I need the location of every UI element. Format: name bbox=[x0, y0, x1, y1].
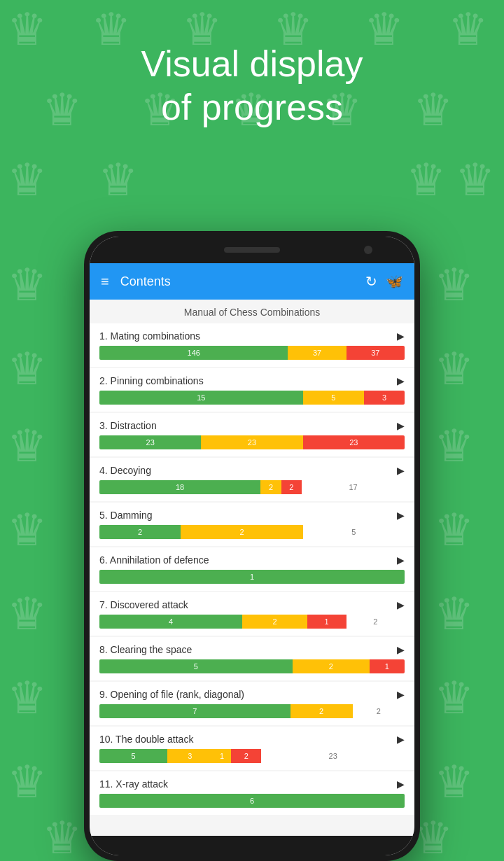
bar-segment-red: 37 bbox=[346, 346, 405, 360]
bar-segment-green: 4 bbox=[99, 615, 242, 629]
app-bar-title: Contents bbox=[120, 274, 365, 289]
menu-icon[interactable]: ≡ bbox=[101, 274, 109, 290]
progress-bar: 4212 bbox=[99, 615, 405, 629]
progress-bar: 531223 bbox=[99, 749, 405, 763]
item-title: 8. Clearing the space bbox=[99, 644, 192, 655]
item-title: 7. Discovered attack bbox=[99, 599, 188, 610]
list-item[interactable]: 6. Annihilation of defence▶1 bbox=[90, 547, 414, 591]
bar-segment-yellow: 2 bbox=[260, 480, 281, 494]
hero-line1: Visual display bbox=[0, 42, 504, 85]
item-arrow: ▶ bbox=[397, 330, 405, 342]
progress-bar: 225 bbox=[99, 525, 405, 539]
phone-camera bbox=[364, 246, 372, 254]
list-item[interactable]: 3. Distraction▶232323 bbox=[90, 413, 414, 456]
list-item[interactable]: 2. Pinning combinations▶1553 bbox=[90, 368, 414, 412]
bar-segment-yellow: 2 bbox=[181, 525, 302, 539]
bar-segment-yellow: 2 bbox=[242, 615, 307, 629]
bar-segment-red: 2 bbox=[231, 749, 261, 763]
bar-segment-green: 5 bbox=[99, 659, 293, 673]
bar-segment-green: 23 bbox=[99, 435, 201, 449]
bar-segment-yellow: 23 bbox=[201, 435, 302, 449]
bar-segment-green: 2 bbox=[99, 525, 181, 539]
bar-segment-red: 23 bbox=[303, 435, 405, 449]
list-item[interactable]: 5. Damming▶225 bbox=[90, 503, 414, 546]
item-arrow: ▶ bbox=[397, 375, 405, 386]
bar-segment-red: 2 bbox=[281, 480, 302, 494]
list-item[interactable]: 8. Clearing the space▶521 bbox=[90, 637, 414, 680]
item-arrow: ▶ bbox=[397, 599, 405, 610]
list-item[interactable]: 1. Mating combinations▶1463737 bbox=[90, 323, 414, 367]
list-item[interactable]: 11. X-ray attack▶6 bbox=[90, 771, 414, 815]
list-item[interactable]: 10. The double attack▶531223 bbox=[90, 727, 414, 770]
item-title: 2. Pinning combinations bbox=[99, 375, 204, 386]
bar-segment-green: 15 bbox=[99, 391, 303, 405]
item-arrow: ▶ bbox=[397, 465, 405, 476]
item-arrow: ▶ bbox=[397, 644, 405, 655]
bar-segment-empty: 2 bbox=[353, 704, 405, 718]
progress-bar: 6 bbox=[99, 794, 405, 808]
item-title: 3. Distraction bbox=[99, 420, 157, 431]
bar-segment-yellow: 5 bbox=[303, 391, 364, 405]
bar-segment-green: 18 bbox=[99, 480, 260, 494]
app-bar: ≡ Contents ↻ 🦋 bbox=[90, 263, 414, 300]
bar-segment-green: 146 bbox=[99, 346, 288, 360]
item-arrow: ▶ bbox=[397, 734, 405, 745]
hero-line2: of progress bbox=[0, 85, 504, 129]
bar-segment-empty: 2 bbox=[346, 615, 405, 629]
bar-segment-yellow: 3 bbox=[167, 749, 213, 763]
bar-segment-empty: 23 bbox=[261, 749, 405, 763]
bar-segment-yellow2: 1 bbox=[212, 749, 231, 763]
bar-segment-yellow: 2 bbox=[290, 704, 353, 718]
bar-segment-green: 1 bbox=[99, 570, 405, 584]
list-item[interactable]: 9. Opening of file (rank, diagonal)▶722 bbox=[90, 682, 414, 725]
bar-segment-green: 7 bbox=[99, 704, 290, 718]
app-bar-icons: ↻ 🦋 bbox=[365, 273, 403, 290]
list-item[interactable]: 7. Discovered attack▶4212 bbox=[90, 592, 414, 636]
hero-text: Visual display of progress bbox=[0, 0, 504, 130]
item-title: 10. The double attack bbox=[99, 734, 193, 745]
bar-segment-green: 6 bbox=[99, 794, 405, 808]
progress-bar: 232323 bbox=[99, 435, 405, 449]
progress-bar: 1 bbox=[99, 570, 405, 584]
bar-segment-red: 1 bbox=[370, 659, 405, 673]
item-title: 11. X-ray attack bbox=[99, 778, 168, 790]
phone-top-bar bbox=[90, 237, 414, 263]
refresh-icon[interactable]: ↻ bbox=[365, 273, 377, 290]
phone-speaker bbox=[224, 247, 280, 253]
item-title: 1. Mating combinations bbox=[99, 330, 200, 342]
item-title: 9. Opening of file (rank, diagonal) bbox=[99, 689, 244, 700]
bar-segment-empty: 5 bbox=[303, 525, 405, 539]
progress-bar: 1463737 bbox=[99, 346, 405, 360]
bar-segment-green: 5 bbox=[99, 749, 167, 763]
scroll-area[interactable]: 1. Mating combinations▶14637372. Pinning… bbox=[90, 323, 414, 836]
item-arrow: ▶ bbox=[397, 510, 405, 521]
item-title: 4. Decoying bbox=[99, 465, 151, 476]
item-arrow: ▶ bbox=[397, 778, 405, 790]
list-item[interactable]: 4. Decoying▶182217 bbox=[90, 458, 414, 501]
bar-segment-red: 3 bbox=[364, 391, 405, 405]
butterfly-icon[interactable]: 🦋 bbox=[386, 273, 403, 290]
progress-bar: 1553 bbox=[99, 391, 405, 405]
item-title: 5. Damming bbox=[99, 510, 152, 521]
item-arrow: ▶ bbox=[397, 689, 405, 700]
bar-segment-red: 1 bbox=[307, 615, 346, 629]
progress-bar: 521 bbox=[99, 659, 405, 673]
item-arrow: ▶ bbox=[397, 554, 405, 566]
progress-bar: 722 bbox=[99, 704, 405, 718]
progress-bar: 182217 bbox=[99, 480, 405, 494]
bar-segment-yellow: 37 bbox=[288, 346, 346, 360]
bar-segment-yellow: 2 bbox=[293, 659, 370, 673]
bar-segment-empty: 17 bbox=[302, 480, 405, 494]
item-title: 6. Annihilation of defence bbox=[99, 554, 209, 566]
item-arrow: ▶ bbox=[397, 420, 405, 431]
screen-title: Manual of Chess Combinations bbox=[90, 300, 414, 323]
phone-bottom-bar bbox=[90, 836, 414, 855]
phone-frame: ≡ Contents ↻ 🦋 Manual of Chess Combinati… bbox=[84, 231, 420, 861]
